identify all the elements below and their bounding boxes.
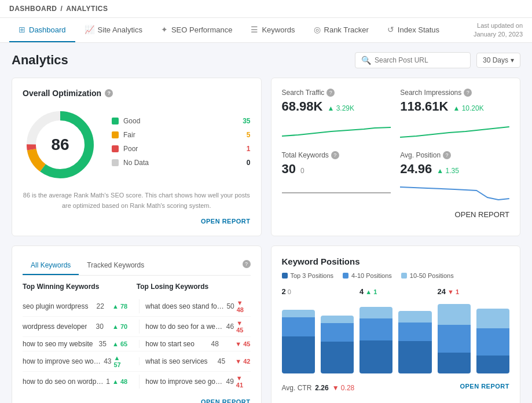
search-stats-card: Search Traffic ? 68.98K ▲ 3.29K (271, 78, 521, 236)
optimization-open-report: OPEN REPORT (23, 217, 251, 225)
bar-label-1: 2 0 (282, 287, 315, 296)
bar-label-6 (476, 287, 509, 296)
legend-top3: Top 3 Positions (282, 272, 334, 279)
avg-position-chart (400, 181, 509, 204)
losing-title: Top Losing Keywords (137, 283, 251, 291)
breadcrumb-separator: / (61, 5, 63, 13)
search-impressions-chart (400, 119, 509, 142)
kw-tab-tracked[interactable]: Tracked Keywords (79, 257, 152, 275)
breadcrumb-parent[interactable]: DASHBOARD (9, 5, 57, 13)
bar-group-4 (398, 298, 431, 373)
header-controls: 🔍 30 Days ▾ (355, 52, 520, 68)
stats-open-report-link[interactable]: OPEN REPORT (455, 210, 509, 219)
bar-label-2 (321, 287, 354, 296)
stats-grid: Search Traffic ? 68.98K ▲ 3.29K (282, 89, 510, 204)
positions-open-report-link[interactable]: OPEN REPORT (460, 383, 509, 390)
index-status-icon: ↺ (387, 25, 394, 34)
site-analytics-icon: 📈 (85, 25, 94, 34)
optimization-card: Overall Optimization ? 8 (12, 78, 262, 236)
bar-group-3 (359, 298, 392, 373)
legend-poor: Poor 1 (112, 145, 251, 153)
optimization-title: Overall Optimization ? (23, 89, 251, 98)
table-row: how to do seo on wordpress 1 ▲ 48 how to… (23, 372, 251, 391)
optimization-description: 86 is the average Rank Math's SEO score.… (23, 190, 251, 211)
tab-rank-tracker-label: Rank Tracker (324, 25, 369, 34)
tab-keywords[interactable]: ☰ Keywords (241, 18, 304, 42)
total-keywords-info-icon[interactable]: ? (331, 151, 339, 159)
legend-no-data: No Data 0 (112, 159, 251, 167)
days-label: 30 Days (483, 56, 508, 64)
ctr-section: Avg. CTR 2.26 ▼ 0.28 (282, 384, 355, 392)
main-grid: Overall Optimization ? 8 (12, 78, 520, 236)
bar-label-3: 4 ▲ 1 (359, 287, 392, 296)
avg-position-value: 24.96 (400, 162, 432, 177)
donut-chart: 86 (23, 107, 98, 182)
search-impressions-info-icon[interactable]: ? (464, 89, 472, 97)
tab-site-analytics-label: Site Analytics (98, 25, 142, 34)
bar-legend: Top 3 Positions 4-10 Positions 10-50 Pos… (282, 272, 510, 279)
last-updated: Last updated on January 20, 2023 (474, 21, 523, 39)
keywords-table: seo plugin wordpress 22 ▲ 78 what does s… (23, 296, 251, 391)
search-impressions-value: 118.61K (400, 99, 448, 114)
search-input[interactable] (375, 56, 464, 64)
positions-open-report: OPEN REPORT (460, 382, 509, 390)
search-traffic-info-icon[interactable]: ? (326, 89, 335, 97)
avg-position-info-icon[interactable]: ? (443, 151, 451, 159)
keywords-open-report: OPEN REPORT (23, 397, 251, 403)
total-keywords-value: 30 (282, 162, 296, 177)
optimization-open-report-link[interactable]: OPEN REPORT (201, 218, 251, 225)
winning-title: Top Winning Keywords (23, 283, 137, 291)
tab-site-analytics[interactable]: 📈 Site Analytics (75, 18, 152, 42)
tab-dashboard-label: Dashboard (29, 25, 66, 34)
kw-tab-all[interactable]: All Keywords (23, 257, 79, 275)
keywords-info-icon[interactable]: ? (243, 260, 251, 268)
stats-open-report: OPEN REPORT (282, 210, 510, 219)
keywords-tabs: All Keywords Tracked Keywords ? (23, 257, 251, 276)
last-updated-date: January 20, 2023 (474, 31, 523, 38)
optimization-legend: Good 35 Fair 5 Poor 1 No Data 0 (112, 117, 251, 173)
bar-label-5: 24 ▼ 1 (438, 287, 471, 296)
keywords-open-report-link[interactable]: OPEN REPORT (201, 398, 251, 403)
total-keywords-delta: 0 (300, 167, 304, 175)
optimization-info-icon[interactable]: ? (105, 89, 113, 97)
ctr-value: 2.26 (315, 384, 328, 392)
stat-total-keywords: Total Keywords ? 30 0 (282, 151, 391, 204)
keyword-positions-card: Keyword Positions Top 3 Positions 4-10 P… (271, 246, 521, 403)
total-keywords-chart (282, 181, 391, 204)
tabs: ⊞ Dashboard 📈 Site Analytics ✦ SEO Perfo… (9, 18, 449, 42)
search-traffic-value: 68.98K (282, 99, 323, 114)
tab-index-status[interactable]: ↺ Index Status (378, 18, 449, 42)
positions-title: Keyword Positions (282, 257, 510, 266)
bar-group-6 (476, 298, 509, 373)
stat-avg-position: Avg. Position ? 24.96 ▲ 1.35 (400, 151, 509, 204)
tab-seo-performance-label: SEO Performance (171, 25, 233, 34)
search-box[interactable]: 🔍 (355, 52, 471, 68)
bar-footer: Avg. CTR 2.26 ▼ 0.28 OPEN REPORT (282, 379, 510, 392)
last-updated-label: Last updated on (477, 22, 523, 29)
bar-group-1 (282, 298, 315, 373)
optimization-score: 86 (51, 135, 69, 154)
table-row: seo plugin wordpress 22 ▲ 78 what does s… (23, 296, 251, 317)
keywords-icon: ☰ (251, 25, 258, 34)
legend-4-10: 4-10 Positions (343, 272, 392, 279)
tab-rank-tracker[interactable]: ◎ Rank Tracker (304, 18, 378, 42)
bar-group-5 (438, 298, 471, 373)
search-impressions-delta: ▲ 10.20K (453, 104, 483, 112)
days-select[interactable]: 30 Days ▾ (476, 53, 520, 68)
dashboard-icon: ⊞ (19, 25, 25, 34)
page-header: Analytics 🔍 30 Days ▾ (12, 52, 520, 68)
bars-section (282, 298, 510, 373)
keywords-card: All Keywords Tracked Keywords ? Top Winn… (12, 246, 262, 403)
keywords-header: Top Winning Keywords Top Losing Keywords (23, 283, 251, 291)
breadcrumb-current: ANALYTICS (66, 5, 108, 13)
opt-content: 86 Good 35 Fair 5 Poor 1 (23, 107, 251, 182)
tab-bar: ⊞ Dashboard 📈 Site Analytics ✦ SEO Perfo… (0, 18, 532, 43)
bar-label-4 (398, 287, 431, 296)
legend-good: Good 35 (112, 117, 251, 125)
tab-dashboard[interactable]: ⊞ Dashboard (9, 18, 75, 42)
stat-search-traffic: Search Traffic ? 68.98K ▲ 3.29K (282, 89, 391, 142)
rank-tracker-icon: ◎ (314, 25, 321, 34)
tab-seo-performance[interactable]: ✦ SEO Performance (152, 18, 242, 42)
chevron-down-icon: ▾ (511, 56, 514, 64)
legend-fair: Fair 5 (112, 131, 251, 139)
